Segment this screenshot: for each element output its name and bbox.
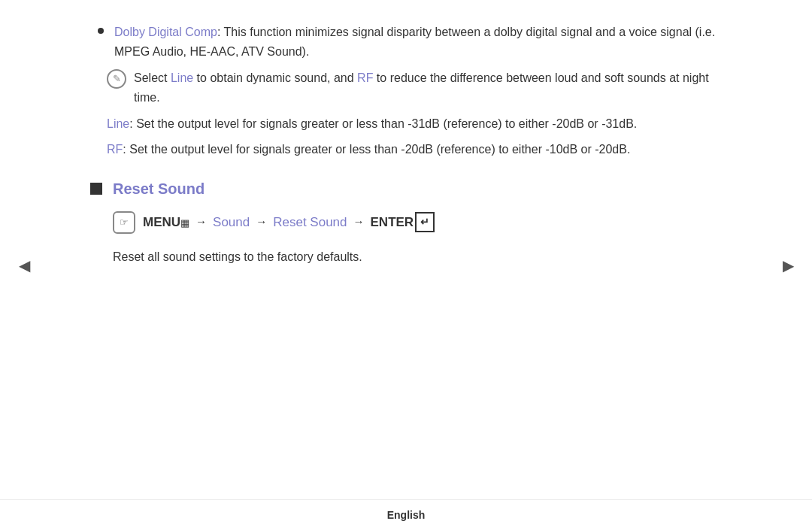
menu-label: MENU▦ [143,213,189,232]
dolby-term: Dolby Digital Comp [114,26,217,38]
rf-definition: RF: Set the output level for signals gre… [107,140,737,159]
menu-path: ☞ MENU▦ → Sound → Reset Sound → ENTER↵ [113,211,737,234]
reset-sound-description: Reset all sound settings to the factory … [113,247,737,267]
note-item: ✎ Select Line to obtain dynamic sound, a… [107,68,737,107]
content-area: Dolby Digital Comp: This function minimi… [0,0,812,499]
line-body: : Set the output level for signals great… [129,117,637,130]
note-pencil-icon: ✎ [107,69,126,89]
section-title: Reset Sound [113,180,205,198]
menu-arrow-2: → [256,214,267,231]
line-term: Line [107,117,129,130]
enter-key: ENTER↵ [371,212,435,232]
footer: English [0,499,812,530]
menu-arrow-3: → [353,214,365,231]
note-rf-term: RF [357,71,373,84]
menu-arrow-1: → [195,214,207,231]
enter-label: ENTER [371,213,414,232]
enter-icon: ↵ [415,212,435,232]
bullet-dolby: Dolby Digital Comp: This function minimi… [90,23,737,61]
bullet-dot-icon [98,28,104,34]
section-heading: Reset Sound [90,180,737,198]
menu-reset-sound: Reset Sound [273,213,347,232]
note-line-term: Line [171,71,193,84]
line-definition: Line: Set the output level for signals g… [107,114,737,134]
note-middle: to obtain dynamic sound, and [193,71,357,84]
rf-body: : Set the output level for signals great… [123,143,630,156]
section-square-icon [90,183,102,195]
note-before-line: Select [134,71,171,84]
rf-term: RF [107,143,123,156]
note-text: Select Line to obtain dynamic sound, and… [134,68,737,107]
menu-button-icon: ☞ [113,211,135,234]
menu-sound: Sound [213,213,250,232]
bullet-dolby-text: Dolby Digital Comp: This function minimi… [114,23,737,61]
page-container: Dolby Digital Comp: This function minimi… [0,0,812,530]
footer-language: English [387,509,426,521]
